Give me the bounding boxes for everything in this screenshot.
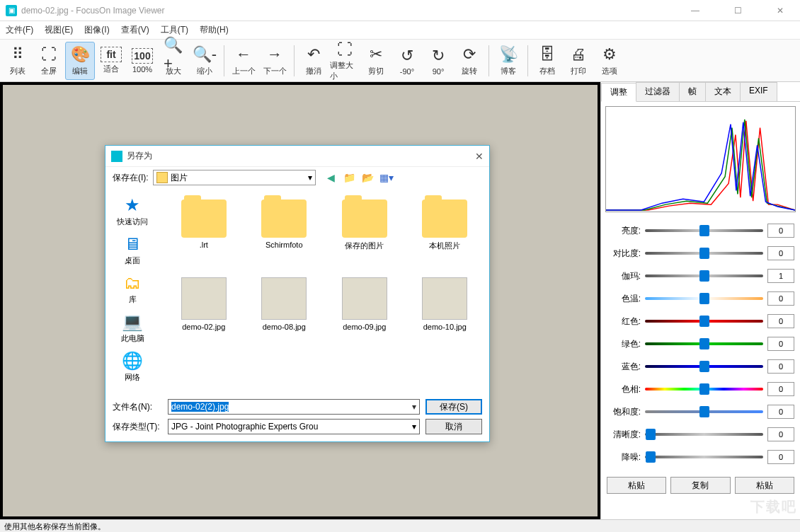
adj-slider[interactable]	[645, 224, 763, 237]
tool-icon: ✂	[366, 45, 386, 64]
sidebar-item-桌面[interactable]: 🖥桌面	[121, 234, 144, 266]
adj-slider[interactable]	[645, 270, 763, 282]
tool-label: 编辑	[72, 66, 88, 76]
adj-value[interactable]: 0	[767, 246, 794, 260]
tool-博客[interactable]: 📡博客	[493, 42, 523, 80]
tool-icon: ⚙	[600, 45, 619, 64]
adj-value[interactable]: 0	[767, 427, 794, 441]
save-in-combo[interactable]: 图片 ▾	[153, 170, 316, 185]
adj-value[interactable]: 0	[767, 337, 794, 351]
menu-item[interactable]: 查看(V)	[121, 24, 149, 36]
tool-下一个[interactable]: →下一个	[260, 42, 290, 80]
adj-label: 对比度:	[607, 248, 641, 260]
adjustment-row: 色温:0	[607, 287, 794, 310]
tool-icon: →	[265, 45, 285, 64]
tool-90°[interactable]: ↻90°	[423, 42, 453, 80]
tool-存档[interactable]: 🗄存档	[532, 42, 562, 80]
menu-item[interactable]: 帮助(H)	[200, 24, 229, 36]
adj-slider[interactable]	[645, 428, 763, 441]
save-button[interactable]: 保存(S)	[425, 399, 482, 415]
tool-缩小[interactable]: 🔍-缩小	[190, 42, 219, 80]
file-label: Schirmfoto	[265, 241, 303, 249]
filetype-combo[interactable]: JPG - Joint Photographic Experts Grou▾	[168, 419, 420, 434]
adj-value[interactable]: 0	[767, 382, 794, 396]
tool-放大[interactable]: 🔍+放大	[159, 42, 188, 80]
panel-tab-过滤器[interactable]: 过滤器	[636, 82, 680, 101]
adj-value[interactable]: 0	[767, 314, 794, 328]
tool-编辑[interactable]: 🎨编辑	[65, 42, 95, 80]
tool-撤消[interactable]: ↶撤消	[299, 42, 328, 80]
tool-100%[interactable]: 100100%	[127, 42, 157, 80]
tool-上一个[interactable]: ←上一个	[229, 42, 258, 80]
file-item[interactable]: demo-02.jpg	[165, 274, 243, 352]
tool-icon: fit	[101, 47, 122, 62]
panel-tab-调整[interactable]: 调整	[601, 83, 636, 102]
file-label: demo-08.jpg	[263, 323, 306, 331]
sidebar-item-此电脑[interactable]: 💻此电脑	[121, 312, 144, 344]
menu-item[interactable]: 视图(E)	[45, 24, 73, 36]
sidebar-label: 桌面	[125, 255, 140, 266]
adj-value[interactable]: 0	[767, 291, 794, 306]
thumbnail-icon	[181, 277, 227, 320]
menu-item[interactable]: 工具(T)	[161, 24, 188, 36]
panel-tab-帧[interactable]: 帧	[679, 82, 706, 101]
new-folder-icon[interactable]: 📂	[361, 170, 375, 185]
cancel-button[interactable]: 取消	[425, 419, 482, 434]
up-folder-icon[interactable]: 📁	[343, 170, 357, 185]
adj-slider[interactable]	[645, 383, 763, 395]
view-mode-icon[interactable]: ▦▾	[379, 170, 394, 185]
close-button[interactable]: ✕	[766, 6, 794, 16]
tool--90°[interactable]: ↺-90°	[392, 42, 422, 80]
sidebar-item-库[interactable]: 🗂库	[121, 273, 144, 305]
adj-slider[interactable]	[645, 451, 763, 463]
tool-全屏[interactable]: ⛶全屏	[34, 42, 64, 80]
tool-icon: ⠿	[8, 45, 28, 64]
adj-value[interactable]: 0	[767, 224, 794, 238]
adj-slider[interactable]	[645, 337, 763, 350]
sidebar-item-快速访问[interactable]: ★快速访问	[117, 195, 148, 227]
tool-旋转[interactable]: ⟳旋转	[455, 42, 484, 80]
menu-item[interactable]: 图像(I)	[84, 24, 109, 36]
paste-button[interactable]: 粘贴	[607, 477, 666, 494]
file-item[interactable]: demo-10.jpg	[406, 274, 484, 352]
adj-slider[interactable]	[645, 405, 763, 418]
paste2-button[interactable]: 粘贴	[735, 477, 794, 494]
tool-选项[interactable]: ⚙选项	[595, 42, 624, 80]
copy-button[interactable]: 复制	[670, 477, 730, 494]
dialog-close-button[interactable]: ✕	[475, 151, 484, 162]
file-label: demo-02.jpg	[182, 323, 225, 331]
adj-slider[interactable]	[645, 247, 763, 260]
adj-value[interactable]: 1	[767, 269, 794, 283]
adj-slider[interactable]	[645, 360, 763, 373]
tool-label: 撤消	[306, 66, 321, 76]
adj-slider[interactable]	[645, 292, 763, 305]
folder-item[interactable]: Schirmfoto	[246, 194, 324, 272]
folder-item[interactable]: 本机照片	[406, 194, 484, 272]
file-item[interactable]: demo-09.jpg	[326, 274, 404, 352]
file-browser[interactable]: .lrtSchirmfoto保存的图片本机照片demo-02.jpgdemo-0…	[159, 188, 489, 395]
adj-slider[interactable]	[645, 315, 763, 328]
folder-item[interactable]: 保存的图片	[326, 194, 404, 272]
adj-value[interactable]: 0	[767, 359, 794, 374]
sidebar-item-网络[interactable]: 🌐网络	[121, 351, 144, 383]
tool-剪切[interactable]: ✂剪切	[361, 42, 391, 80]
filename-input[interactable]: demo-02(2).jpg▾	[168, 399, 420, 415]
tool-icon: ⟳	[459, 45, 479, 64]
tool-icon: 🖨	[568, 45, 588, 64]
tool-打印[interactable]: 🖨打印	[564, 42, 593, 80]
folder-item[interactable]: .lrt	[165, 194, 243, 272]
adj-value[interactable]: 0	[767, 405, 794, 419]
maximize-button[interactable]: ☐	[724, 6, 752, 16]
tool-适合[interactable]: fit适合	[96, 42, 126, 80]
panel-tab-文本[interactable]: 文本	[705, 82, 741, 101]
file-item[interactable]: demo-08.jpg	[246, 274, 324, 352]
back-icon[interactable]: ◀	[324, 170, 338, 185]
tool-列表[interactable]: ⠿列表	[3, 42, 33, 80]
tool-调整大小[interactable]: ⛶调整大小	[330, 42, 360, 80]
minimize-button[interactable]: —	[681, 6, 709, 16]
adj-value[interactable]: 0	[767, 450, 794, 464]
panel-tab-EXIF[interactable]: EXIF	[740, 82, 777, 101]
adjustment-row: 亮度:0	[607, 219, 794, 242]
menu-item[interactable]: 文件(F)	[6, 24, 33, 36]
adj-label: 绿色:	[607, 338, 641, 350]
